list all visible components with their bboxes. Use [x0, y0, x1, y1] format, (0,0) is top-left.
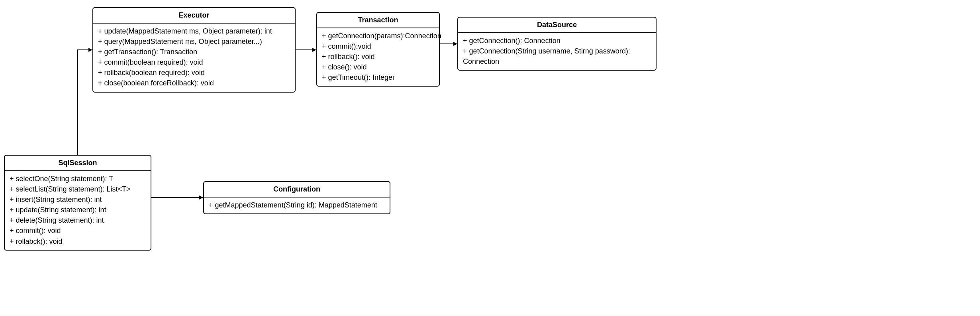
- class-member: + delete(String statement): int: [10, 215, 146, 225]
- class-body: + getConnection(params):Connection + com…: [317, 28, 439, 86]
- class-member: + commit(boolean required): void: [98, 57, 290, 67]
- class-executor: Executor + update(MappedStatement ms, Ob…: [92, 7, 296, 93]
- class-member: + getTransaction(): Transaction: [98, 47, 290, 57]
- class-member: + selectOne(String statement): T: [10, 174, 146, 184]
- class-title: Transaction: [317, 13, 439, 28]
- class-member: + getConnection(): Connection: [463, 36, 651, 46]
- class-member: + query(MappedStatement ms, Object param…: [98, 36, 290, 47]
- class-member: + rollabck(): void: [10, 236, 146, 247]
- class-title: DataSource: [458, 18, 656, 33]
- class-body: + getMappedStatement(String id): MappedS…: [204, 198, 390, 213]
- class-member: + rollback(): void: [322, 51, 434, 62]
- class-member: Connection: [463, 56, 651, 67]
- class-member: + getMappedStatement(String id): MappedS…: [209, 200, 385, 210]
- class-datasource: DataSource + getConnection(): Connection…: [457, 17, 657, 71]
- class-member: + close(boolean forceRollback): void: [98, 78, 290, 88]
- class-title: Executor: [93, 8, 295, 24]
- class-member: + getConnection(params):Connection: [322, 31, 434, 41]
- class-member: + close(): void: [322, 62, 434, 72]
- class-transaction: Transaction + getConnection(params):Conn…: [316, 12, 440, 87]
- class-member: + insert(String statement): int: [10, 194, 146, 205]
- class-member: + commit(): void: [10, 225, 146, 236]
- class-title: Configuration: [204, 182, 390, 198]
- class-member: + getConnection(String username, Stirng …: [463, 46, 651, 56]
- class-member: + update(MappedStatement ms, Object para…: [98, 26, 290, 36]
- class-member: + update(String statement): int: [10, 205, 146, 215]
- class-body: + getConnection(): Connection + getConne…: [458, 33, 656, 70]
- class-title: SqlSession: [5, 156, 151, 171]
- class-body: + selectOne(String statement): T + selec…: [5, 171, 151, 250]
- class-sqlsession: SqlSession + selectOne(String statement)…: [4, 155, 151, 251]
- class-body: + update(MappedStatement ms, Object para…: [93, 24, 295, 92]
- class-member: + commit():void: [322, 41, 434, 51]
- class-member: + selectList(String statement): List<T>: [10, 184, 146, 194]
- class-member: + rollback(boolean required): void: [98, 67, 290, 78]
- class-member: + getTimeout(): Integer: [322, 72, 434, 83]
- class-configuration: Configuration + getMappedStatement(Strin…: [203, 181, 390, 214]
- connector-sqlsession-executor: [78, 50, 92, 155]
